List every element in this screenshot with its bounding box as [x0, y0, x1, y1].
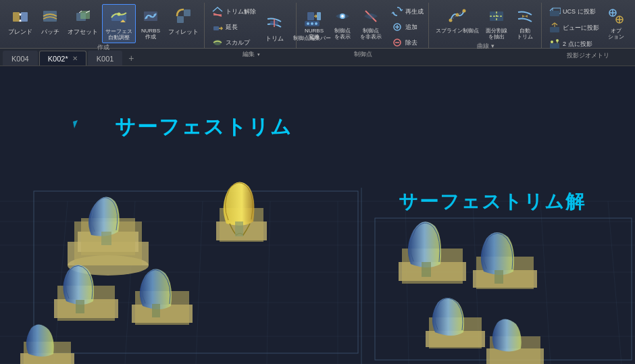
tab-k004[interactable]: K004	[3, 51, 38, 66]
option-label: オプション	[608, 28, 624, 41]
cp-add-icon	[390, 20, 404, 34]
svg-point-8	[118, 13, 121, 16]
toolbar-cp-buttons: NURBS変換 制御点を表示	[301, 4, 426, 50]
auto-trim-button[interactable]: 自動トリム	[511, 4, 538, 42]
svg-rect-43	[550, 11, 559, 16]
auto-trim-icon	[514, 5, 536, 27]
fillet-icon	[173, 5, 195, 27]
2pt-project-icon	[548, 37, 561, 51]
ucs-project-icon	[548, 5, 561, 18]
toolbar-projection-buttons: UCS に投影 ビューに投影	[546, 4, 630, 51]
option-icon	[605, 5, 627, 27]
svg-text:サーフェストリム: サーフェストリム	[115, 115, 293, 138]
svg-rect-14	[184, 9, 190, 16]
cp-show-icon	[332, 5, 353, 27]
svg-point-28	[341, 15, 344, 18]
cp-remove-button[interactable]: 除去	[388, 35, 426, 50]
svg-rect-0	[13, 12, 20, 22]
surface-auto-icon	[108, 6, 130, 28]
svg-rect-82	[101, 232, 111, 245]
toolbar-edit-buttons: トリム解除 延長	[209, 4, 293, 50]
svg-point-12	[154, 14, 156, 16]
toolbar-edit-label: 編集 ▾	[209, 50, 293, 60]
trim-button[interactable]: トリム	[259, 11, 289, 44]
spline-cp-icon	[447, 5, 468, 27]
nurbs-create-label: NURBS作成	[141, 28, 160, 41]
regenerate-icon	[390, 5, 404, 18]
cp-show-button[interactable]: 制御点を表示	[329, 4, 356, 50]
cp-hide-icon	[360, 5, 382, 27]
auto-trim-label: 自動トリム	[517, 28, 533, 41]
svg-rect-94	[422, 262, 431, 277]
tab-add-button[interactable]: +	[124, 51, 138, 66]
blend-button[interactable]: ブレンド	[5, 4, 35, 43]
blend-icon	[9, 5, 31, 27]
area-split-icon	[486, 5, 507, 27]
fillet-button[interactable]: フィレット	[166, 4, 201, 43]
svg-rect-4	[80, 11, 90, 19]
surface-auto-button[interactable]: サーフェス自動調整	[102, 4, 136, 43]
toolbar-group-cp: NURBS変換 制御点を表示	[298, 3, 429, 48]
svg-rect-47	[550, 43, 559, 49]
toolbar-group-projection: UCS に投影 ビューに投影	[543, 3, 632, 48]
toolbar-curve-label: 曲線 ▾	[433, 42, 538, 52]
svg-rect-45	[550, 27, 559, 32]
svg-rect-88	[76, 300, 84, 313]
svg-point-11	[150, 16, 152, 18]
toolbar-group-edit: トリム解除 延長	[206, 3, 297, 48]
toolbar-group-create: ブレンド パッチ	[3, 3, 205, 48]
sculp-button[interactable]: スカルプ	[209, 35, 258, 50]
toolbar-create-buttons: ブレンド パッチ	[5, 4, 201, 43]
tab-k002[interactable]: K002* ✕	[39, 51, 86, 66]
spline-cp-button[interactable]: スプライン制御点	[433, 4, 482, 42]
toolbar-projection-label: 投影ジオメトリ	[546, 51, 630, 61]
svg-marker-42	[522, 15, 528, 18]
cp-hide-button[interactable]: 制御点を非表示	[357, 4, 384, 50]
offset-button[interactable]: オフセット	[65, 4, 101, 43]
svg-rect-25	[307, 12, 314, 20]
viewport-svg: サーフェストリム サーフェストリム解	[0, 66, 635, 364]
patch-icon	[39, 5, 61, 27]
svg-rect-97	[494, 270, 503, 284]
toolbar-curve-buttons: スプライン制御点 面分割線を抽出	[433, 4, 538, 42]
view-project-icon	[548, 21, 561, 34]
nurbs-convert-label: NURBS変換	[305, 28, 324, 41]
nurbs-create-icon	[140, 5, 161, 27]
trim-remove-button[interactable]: トリム解除	[209, 4, 258, 19]
regenerate-button[interactable]: 再生成	[388, 4, 426, 19]
patch-button[interactable]: パッチ	[36, 4, 63, 43]
toolbar: ブレンド パッチ	[0, 0, 635, 49]
toolbar-group-curve: スプライン制御点 面分割線を抽出	[430, 3, 542, 48]
spline-cp-label: スプライン制御点	[436, 28, 479, 34]
trim-remove-icon	[211, 5, 224, 18]
option-button[interactable]: オプション	[603, 4, 630, 51]
offset-icon	[72, 5, 94, 27]
viewport: サーフェストリム サーフェストリム解	[0, 66, 635, 364]
cp-remove-icon	[390, 36, 404, 49]
nurbs-convert-icon	[303, 5, 325, 27]
nurbs-create-button[interactable]: NURBS作成	[137, 4, 164, 43]
area-split-button[interactable]: 面分割線を抽出	[483, 4, 510, 42]
svg-rect-91	[152, 304, 160, 317]
svg-rect-85	[235, 222, 243, 236]
tab-k001[interactable]: K001	[88, 51, 123, 66]
cp-hide-label: 制御点を非表示	[360, 28, 382, 41]
cp-add-button[interactable]: 追加	[388, 20, 426, 34]
svg-rect-13	[177, 16, 184, 23]
view-project-button[interactable]: ビューに投影	[546, 20, 601, 35]
svg-rect-17	[213, 26, 219, 30]
svg-rect-2	[43, 11, 57, 22]
surface-auto-label: サーフェス自動調整	[105, 29, 132, 41]
tab-k002-close[interactable]: ✕	[72, 55, 78, 62]
2pt-project-button[interactable]: 2 点に投影	[546, 36, 601, 51]
svg-point-18	[213, 40, 222, 45]
svg-rect-1	[21, 12, 28, 22]
nurbs-convert-button[interactable]: NURBS変換	[301, 4, 328, 50]
ucs-project-button[interactable]: UCS に投影	[546, 4, 601, 19]
svg-point-30	[368, 14, 374, 19]
cp-show-label: 制御点を表示	[334, 28, 351, 41]
extend-icon	[211, 20, 224, 34]
extend-button[interactable]: 延長	[209, 20, 258, 34]
area-split-label: 面分割線を抽出	[486, 28, 507, 41]
toolbar-cp-label: 制御点	[301, 50, 426, 60]
